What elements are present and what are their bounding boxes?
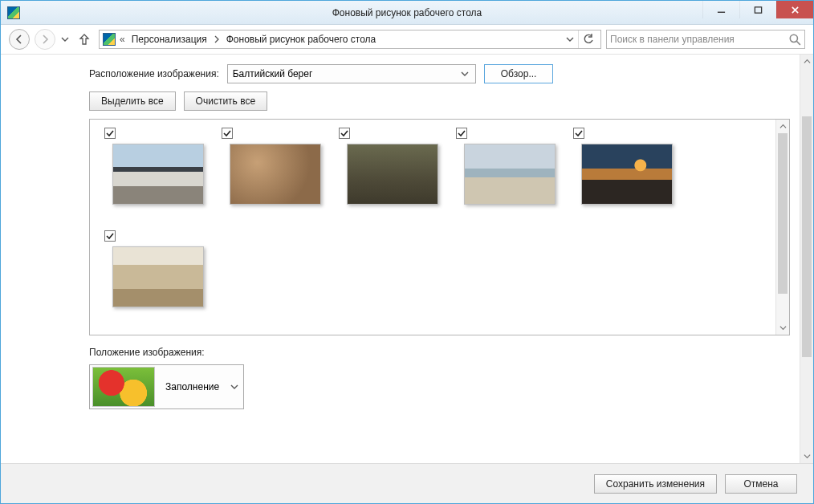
breadcrumb-prefix: « [118, 34, 127, 45]
window: Фоновый рисунок рабочего стола [0, 0, 814, 504]
titlebar: Фоновый рисунок рабочего стола [1, 1, 813, 25]
search-input[interactable]: Поиск в панели управления [606, 30, 805, 49]
app-icon [7, 6, 20, 19]
wallpaper-tile[interactable] [100, 229, 217, 331]
page-scrollbar[interactable] [800, 55, 813, 463]
svg-point-1 [790, 35, 797, 42]
wallpaper-tile[interactable] [451, 126, 568, 229]
scrollbar-thumb[interactable] [802, 116, 812, 357]
close-button[interactable] [776, 1, 813, 18]
search-icon [788, 33, 801, 46]
location-select-value: Балтийский берег [233, 68, 313, 79]
checkbox[interactable] [104, 230, 116, 242]
window-controls [702, 1, 813, 24]
location-label: Расположение изображения: [89, 68, 219, 79]
address-bar[interactable]: « Персонализация Фоновый рисунок рабочег… [99, 30, 601, 49]
minimize-button[interactable] [702, 1, 739, 18]
wallpaper-tile[interactable] [334, 126, 451, 229]
wallpaper-thumb [112, 144, 204, 205]
gallery [89, 119, 790, 335]
location-icon [103, 33, 116, 46]
history-dropdown[interactable] [60, 35, 70, 43]
wallpaper-thumb [581, 144, 673, 205]
footer: Сохранить изменения Отмена [1, 463, 813, 503]
toolbar: « Персонализация Фоновый рисунок рабочег… [1, 25, 813, 54]
clear-all-button[interactable]: Очистить все [184, 91, 267, 111]
refresh-button[interactable] [578, 30, 597, 48]
content-wrap: Расположение изображения: Балтийский бер… [1, 54, 813, 463]
wallpaper-thumb [230, 144, 321, 205]
location-select[interactable]: Балтийский берег [227, 64, 476, 83]
checkbox[interactable] [456, 128, 467, 139]
breadcrumb-sep-icon [212, 35, 222, 43]
checkbox[interactable] [222, 128, 233, 139]
content: Расположение изображения: Балтийский бер… [1, 55, 800, 463]
position-preview-icon [92, 367, 155, 407]
checkbox[interactable] [339, 128, 350, 139]
wallpaper-thumb [112, 246, 204, 307]
chevron-down-icon [226, 383, 243, 391]
scrollbar-thumb[interactable] [778, 133, 788, 294]
chevron-down-icon [459, 70, 470, 78]
forward-button[interactable] [35, 29, 55, 50]
window-title: Фоновый рисунок рабочего стола [1, 7, 813, 18]
search-placeholder: Поиск в панели управления [610, 34, 788, 45]
wallpaper-tile[interactable] [100, 126, 217, 229]
wallpaper-thumb [347, 144, 438, 205]
cancel-button[interactable]: Отмена [725, 474, 797, 494]
up-button[interactable] [75, 30, 94, 49]
browse-button[interactable]: Обзор... [484, 64, 554, 83]
back-button[interactable] [9, 29, 30, 50]
scroll-up-icon[interactable] [800, 55, 813, 68]
select-all-button[interactable]: Выделить все [89, 91, 176, 111]
address-dropdown[interactable] [564, 31, 576, 47]
wallpaper-tile[interactable] [568, 126, 686, 229]
wallpaper-tile[interactable] [217, 126, 334, 229]
gallery-scrollbar[interactable] [775, 120, 789, 335]
position-select[interactable]: Заполнение [89, 364, 244, 409]
svg-rect-0 [755, 6, 761, 12]
position-value: Заполнение [157, 381, 226, 392]
breadcrumb-seg-2[interactable]: Фоновый рисунок рабочего стола [224, 34, 379, 45]
scroll-down-icon[interactable] [776, 321, 789, 335]
checkbox[interactable] [573, 128, 584, 139]
save-button[interactable]: Сохранить изменения [594, 474, 717, 494]
checkbox[interactable] [104, 128, 116, 139]
position-label: Положение изображения: [89, 347, 790, 358]
maximize-button[interactable] [739, 1, 776, 18]
scroll-up-icon[interactable] [776, 120, 789, 133]
scroll-down-icon[interactable] [800, 449, 813, 463]
wallpaper-thumb [464, 144, 556, 205]
breadcrumb-seg-1[interactable]: Персонализация [129, 34, 210, 45]
